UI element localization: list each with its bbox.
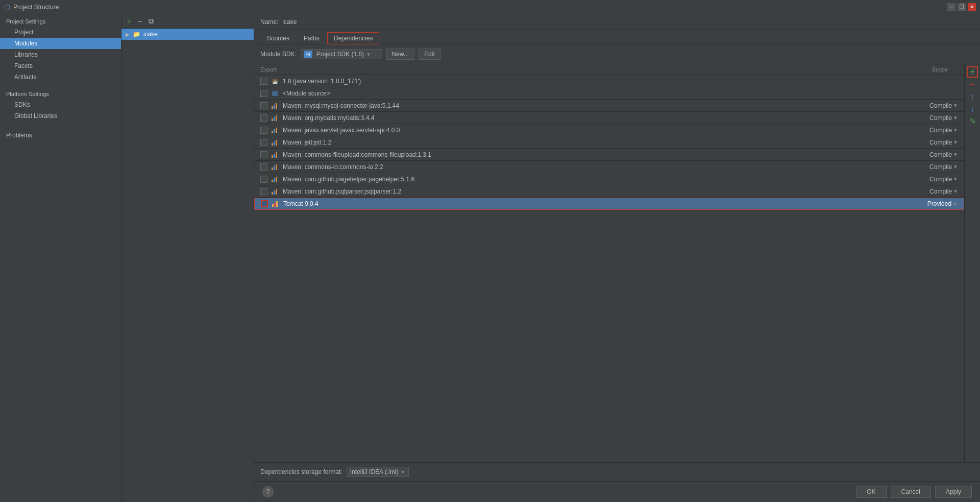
dep-checkbox[interactable] (260, 139, 267, 146)
table-row[interactable]: Maven: commons-fileupload:commons-fileup… (254, 149, 964, 161)
minimize-button[interactable]: ─ (947, 3, 955, 11)
close-button[interactable]: ✕ (968, 3, 976, 11)
restore-button[interactable]: ❐ (958, 3, 966, 11)
sidebar: Project Settings Project Modules Librari… (0, 14, 121, 502)
tab-paths[interactable]: Paths (297, 32, 326, 44)
dep-checkbox[interactable] (260, 176, 267, 183)
table-row-tomcat[interactable]: Tomcat 9.0.4 Provided ▼ (254, 198, 964, 210)
dep-maven-icon (272, 151, 280, 159)
platform-settings-label: Platform Settings (0, 87, 121, 99)
dep-checkbox[interactable] (260, 163, 267, 171)
sidebar-item-artifacts[interactable]: Artifacts (0, 71, 121, 83)
table-row[interactable]: Maven: mysql:mysql-connector-java:5.1.44… (254, 100, 964, 112)
help-button[interactable]: ? (262, 486, 274, 497)
svg-text:☕: ☕ (273, 79, 278, 84)
storage-format-value: IntelliJ IDEA (.iml) (350, 468, 399, 475)
cancel-button[interactable]: Cancel (891, 486, 931, 498)
storage-format-select[interactable]: IntelliJ IDEA (.iml) ▼ (347, 467, 409, 477)
sidebar-item-project[interactable]: Project (0, 27, 121, 38)
dep-maven-icon (272, 175, 280, 183)
sidebar-item-label: Global Libraries (14, 112, 57, 119)
sidebar-item-label: Facets (14, 62, 33, 69)
dep-checkbox[interactable] (260, 151, 267, 158)
sidebar-item-problems[interactable]: Problems (0, 130, 121, 141)
right-actions-panel: + − ↑ ↓ ✎ (964, 64, 980, 462)
dep-checkbox[interactable] (260, 102, 267, 109)
dep-checkbox-tomcat[interactable] (261, 200, 268, 207)
sidebar-item-label: Artifacts (14, 74, 36, 81)
scope-dropdown-arrow[interactable]: ▼ (953, 139, 958, 145)
dep-name: Maven: mysql:mysql-connector-java:5.1.44 (283, 102, 907, 109)
sidebar-item-label: Problems (6, 132, 32, 139)
scope-dropdown-arrow[interactable]: ▼ (952, 201, 958, 207)
dep-scope-tomcat: Provided ▼ (906, 200, 958, 207)
dep-checkbox[interactable] (260, 90, 267, 97)
copy-module-button[interactable]: ⧉ (146, 16, 156, 27)
sdk-label: Module SDK: (260, 51, 297, 58)
sidebar-item-modules[interactable]: Modules (0, 38, 121, 49)
table-row[interactable]: Maven: javax.servlet:javax.servlet-api:4… (254, 124, 964, 136)
dep-maven-icon (272, 102, 280, 110)
right-panel: Name: icake Sources Paths Dependencies M… (254, 14, 980, 502)
sdk-new-button[interactable]: New... (386, 49, 414, 60)
dep-scope: Compile ▼ (907, 102, 958, 109)
dep-tomcat-icon (272, 200, 280, 208)
sidebar-item-facets[interactable]: Facets (0, 60, 121, 71)
svg-text:M: M (273, 92, 276, 96)
ok-button[interactable]: OK (856, 486, 886, 498)
scope-dropdown-arrow[interactable]: ▼ (953, 127, 958, 133)
dep-checkbox[interactable] (260, 78, 267, 85)
dep-name: Maven: com.github.pagehelper:pagehelper:… (283, 176, 907, 183)
name-value: icake (282, 18, 297, 26)
sidebar-item-global-libraries[interactable]: Global Libraries (0, 110, 121, 122)
scope-dropdown-arrow[interactable]: ▼ (953, 188, 958, 194)
name-row: Name: icake (254, 14, 980, 30)
dependencies-table: Export Scope ☕ 1.8 (java version '1.8.0_… (254, 64, 964, 462)
table-row[interactable]: Maven: jstl:jstl:1.2 Compile ▼ (254, 136, 964, 149)
remove-dependency-button[interactable]: − (967, 79, 978, 90)
scope-dropdown-arrow[interactable]: ▼ (953, 152, 958, 157)
scope-dropdown-arrow[interactable]: ▼ (953, 164, 958, 170)
dep-scope: Compile ▼ (907, 114, 958, 122)
dep-name: Maven: com.github.jsqlparser:jsqlparser:… (283, 188, 907, 195)
remove-module-button[interactable]: − (135, 16, 144, 27)
table-row[interactable]: ☕ 1.8 (java version '1.8.0_171') (254, 75, 964, 87)
sidebar-item-libraries[interactable]: Libraries (0, 49, 121, 60)
module-item-icake[interactable]: ▶ 📁 icake (121, 29, 254, 40)
dep-checkbox[interactable] (260, 114, 267, 122)
title-bar-controls: ─ ❐ ✕ (947, 3, 976, 11)
dep-name: Maven: jstl:jstl:1.2 (283, 139, 907, 146)
module-name: icake (143, 31, 158, 38)
sidebar-item-label: Libraries (14, 51, 38, 58)
sdk-edit-button[interactable]: Edit (419, 49, 440, 60)
table-row[interactable]: Maven: com.github.pagehelper:pagehelper:… (254, 173, 964, 185)
dep-maven-icon (272, 126, 280, 134)
tab-dependencies[interactable]: Dependencies (327, 32, 380, 44)
add-module-button[interactable]: + (125, 16, 133, 27)
add-dependency-button[interactable]: + (967, 66, 978, 78)
title-bar: ⬡ Project Structure ─ ❐ ✕ (0, 0, 980, 14)
table-row[interactable]: Maven: com.github.jsqlparser:jsqlparser:… (254, 185, 964, 198)
dep-name: Maven: commons-fileupload:commons-fileup… (283, 151, 907, 158)
table-row[interactable]: M <Module source> (254, 87, 964, 100)
scope-dropdown-arrow[interactable]: ▼ (953, 103, 958, 108)
tab-sources[interactable]: Sources (260, 32, 296, 44)
sidebar-item-sdks[interactable]: SDKs (0, 99, 121, 110)
table-row[interactable]: Maven: commons-io:commons-io:2.2 Compile… (254, 161, 964, 173)
move-up-button[interactable]: ↑ (967, 91, 978, 102)
move-down-button[interactable]: ↓ (967, 103, 978, 114)
edit-dependency-button[interactable]: ✎ (967, 115, 978, 127)
scope-dropdown-arrow[interactable]: ▼ (953, 115, 958, 121)
sdk-select-dropdown[interactable]: M Project SDK (1.8) ▼ (301, 49, 382, 59)
scope-column-header: Scope (907, 66, 958, 73)
storage-dropdown-arrow: ▼ (400, 469, 405, 475)
table-row[interactable]: Maven: org.mybatis:mybatis:3.4.4 Compile… (254, 112, 964, 124)
apply-button[interactable]: Apply (935, 486, 972, 498)
module-arrow-icon: ▶ (126, 32, 130, 37)
dep-checkbox[interactable] (260, 188, 267, 195)
dep-module-icon: M (272, 89, 280, 98)
window-title: Project Structure (13, 4, 59, 11)
dep-scope: Compile ▼ (907, 127, 958, 134)
dep-checkbox[interactable] (260, 127, 267, 134)
scope-dropdown-arrow[interactable]: ▼ (953, 176, 958, 182)
